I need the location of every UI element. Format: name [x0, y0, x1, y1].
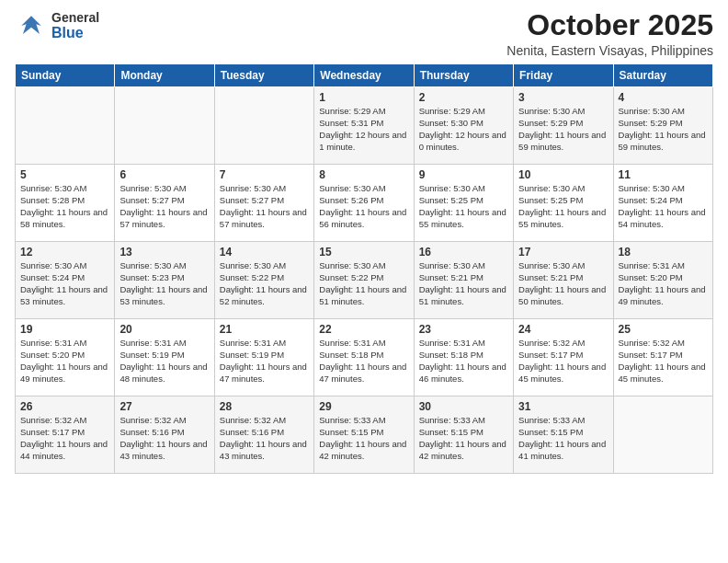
- day-number: 2: [419, 91, 508, 104]
- day-number: 19: [20, 323, 109, 336]
- cell-info: Sunrise: 5:30 AMSunset: 5:22 PMDaylight:…: [220, 260, 307, 305]
- table-row: 7 Sunrise: 5:30 AMSunset: 5:27 PMDayligh…: [214, 165, 313, 242]
- day-number: 25: [619, 323, 708, 336]
- day-number: 31: [518, 400, 608, 413]
- day-number: 26: [20, 400, 109, 413]
- cell-info: Sunrise: 5:32 AMSunset: 5:16 PMDaylight:…: [220, 415, 307, 460]
- table-row: 26 Sunrise: 5:32 AMSunset: 5:17 PMDaylig…: [16, 396, 115, 474]
- cell-info: Sunrise: 5:30 AMSunset: 5:21 PMDaylight:…: [419, 260, 506, 305]
- day-number: 17: [518, 246, 608, 259]
- day-number: 28: [220, 400, 309, 413]
- day-number: 23: [419, 323, 508, 336]
- table-row: 15 Sunrise: 5:30 AMSunset: 5:22 PMDaylig…: [314, 242, 414, 319]
- svg-marker-0: [21, 16, 41, 34]
- col-wednesday: Wednesday: [314, 64, 414, 87]
- table-row: 31 Sunrise: 5:33 AMSunset: 5:15 PMDaylig…: [514, 396, 613, 474]
- col-thursday: Thursday: [414, 64, 513, 87]
- header: General Blue October 2025 Nenita, Easter…: [15, 9, 713, 58]
- cell-info: Sunrise: 5:29 AMSunset: 5:31 PMDaylight:…: [319, 106, 406, 151]
- day-number: 10: [518, 168, 608, 181]
- day-number: 16: [419, 246, 508, 259]
- day-number: 30: [419, 400, 508, 413]
- logo-label: General Blue: [51, 11, 99, 41]
- day-number: 5: [20, 168, 109, 181]
- day-number: 21: [220, 323, 309, 336]
- table-row: 12 Sunrise: 5:30 AMSunset: 5:24 PMDaylig…: [16, 242, 115, 319]
- day-number: 27: [119, 400, 209, 413]
- table-row: 23 Sunrise: 5:31 AMSunset: 5:18 PMDaylig…: [414, 319, 513, 396]
- table-row: 16 Sunrise: 5:30 AMSunset: 5:21 PMDaylig…: [414, 242, 513, 319]
- table-row: 6 Sunrise: 5:30 AMSunset: 5:27 PMDayligh…: [115, 165, 214, 242]
- table-row: 17 Sunrise: 5:30 AMSunset: 5:21 PMDaylig…: [514, 242, 613, 319]
- table-row: 9 Sunrise: 5:30 AMSunset: 5:25 PMDayligh…: [414, 165, 513, 242]
- day-number: 9: [419, 168, 508, 181]
- day-number: 4: [619, 91, 708, 104]
- table-row: 14 Sunrise: 5:30 AMSunset: 5:22 PMDaylig…: [214, 242, 313, 319]
- table-row: 11 Sunrise: 5:30 AMSunset: 5:24 PMDaylig…: [613, 165, 712, 242]
- table-row: 8 Sunrise: 5:30 AMSunset: 5:26 PMDayligh…: [314, 165, 414, 242]
- day-number: 29: [319, 400, 408, 413]
- logo-general-text: General: [51, 11, 99, 25]
- cell-info: Sunrise: 5:30 AMSunset: 5:28 PMDaylight:…: [20, 183, 108, 228]
- table-row: 1 Sunrise: 5:29 AMSunset: 5:31 PMDayligh…: [314, 87, 414, 165]
- table-row: 10 Sunrise: 5:30 AMSunset: 5:25 PMDaylig…: [514, 165, 613, 242]
- col-saturday: Saturday: [613, 64, 712, 87]
- day-number: 13: [119, 246, 209, 259]
- location: Nenita, Eastern Visayas, Philippines: [506, 43, 713, 58]
- cell-info: Sunrise: 5:30 AMSunset: 5:22 PMDaylight:…: [319, 260, 406, 305]
- cell-info: Sunrise: 5:31 AMSunset: 5:19 PMDaylight:…: [119, 338, 207, 383]
- cell-info: Sunrise: 5:31 AMSunset: 5:18 PMDaylight:…: [419, 338, 506, 383]
- day-number: 8: [319, 168, 408, 181]
- cell-info: Sunrise: 5:31 AMSunset: 5:19 PMDaylight:…: [220, 338, 307, 383]
- table-row: [214, 87, 313, 165]
- logo-bird-icon: [15, 9, 48, 42]
- table-row: 2 Sunrise: 5:29 AMSunset: 5:30 PMDayligh…: [414, 87, 513, 165]
- cell-info: Sunrise: 5:30 AMSunset: 5:25 PMDaylight:…: [518, 183, 606, 228]
- cell-info: Sunrise: 5:32 AMSunset: 5:17 PMDaylight:…: [518, 338, 606, 383]
- cell-info: Sunrise: 5:30 AMSunset: 5:23 PMDaylight:…: [119, 260, 207, 305]
- table-row: 18 Sunrise: 5:31 AMSunset: 5:20 PMDaylig…: [613, 242, 712, 319]
- table-row: 29 Sunrise: 5:33 AMSunset: 5:15 PMDaylig…: [314, 396, 414, 474]
- cell-info: Sunrise: 5:30 AMSunset: 5:29 PMDaylight:…: [619, 106, 706, 151]
- cell-info: Sunrise: 5:31 AMSunset: 5:18 PMDaylight:…: [319, 338, 406, 383]
- day-number: 20: [119, 323, 209, 336]
- day-number: 22: [319, 323, 408, 336]
- table-row: 21 Sunrise: 5:31 AMSunset: 5:19 PMDaylig…: [214, 319, 313, 396]
- table-row: 4 Sunrise: 5:30 AMSunset: 5:29 PMDayligh…: [613, 87, 712, 165]
- calendar-body: 1 Sunrise: 5:29 AMSunset: 5:31 PMDayligh…: [16, 87, 713, 474]
- table-row: [115, 87, 214, 165]
- cell-info: Sunrise: 5:33 AMSunset: 5:15 PMDaylight:…: [319, 415, 406, 460]
- title-block: October 2025 Nenita, Eastern Visayas, Ph…: [506, 9, 713, 58]
- logo-blue-text: Blue: [51, 25, 99, 41]
- day-number: 18: [619, 246, 708, 259]
- table-row: 13 Sunrise: 5:30 AMSunset: 5:23 PMDaylig…: [115, 242, 214, 319]
- cell-info: Sunrise: 5:32 AMSunset: 5:17 PMDaylight:…: [20, 415, 108, 460]
- table-row: [613, 396, 712, 474]
- table-row: 19 Sunrise: 5:31 AMSunset: 5:20 PMDaylig…: [16, 319, 115, 396]
- table-row: [16, 87, 115, 165]
- cell-info: Sunrise: 5:32 AMSunset: 5:16 PMDaylight:…: [119, 415, 207, 460]
- day-number: 11: [619, 168, 708, 181]
- calendar-table: Sunday Monday Tuesday Wednesday Thursday…: [15, 63, 713, 474]
- cell-info: Sunrise: 5:31 AMSunset: 5:20 PMDaylight:…: [619, 260, 706, 305]
- table-row: 30 Sunrise: 5:33 AMSunset: 5:15 PMDaylig…: [414, 396, 513, 474]
- table-row: 25 Sunrise: 5:32 AMSunset: 5:17 PMDaylig…: [613, 319, 712, 396]
- cell-info: Sunrise: 5:30 AMSunset: 5:27 PMDaylight:…: [220, 183, 307, 228]
- day-number: 1: [319, 91, 408, 104]
- month-title: October 2025: [506, 9, 713, 41]
- col-monday: Monday: [115, 64, 214, 87]
- cell-info: Sunrise: 5:33 AMSunset: 5:15 PMDaylight:…: [419, 415, 506, 460]
- table-row: 24 Sunrise: 5:32 AMSunset: 5:17 PMDaylig…: [514, 319, 613, 396]
- cell-info: Sunrise: 5:29 AMSunset: 5:30 PMDaylight:…: [419, 106, 506, 151]
- cell-info: Sunrise: 5:30 AMSunset: 5:21 PMDaylight:…: [518, 260, 606, 305]
- col-friday: Friday: [514, 64, 613, 87]
- cell-info: Sunrise: 5:30 AMSunset: 5:29 PMDaylight:…: [518, 106, 606, 151]
- col-tuesday: Tuesday: [214, 64, 313, 87]
- table-row: 20 Sunrise: 5:31 AMSunset: 5:19 PMDaylig…: [115, 319, 214, 396]
- cell-info: Sunrise: 5:33 AMSunset: 5:15 PMDaylight:…: [518, 415, 606, 460]
- cell-info: Sunrise: 5:31 AMSunset: 5:20 PMDaylight:…: [20, 338, 108, 383]
- day-number: 12: [20, 246, 109, 259]
- cell-info: Sunrise: 5:30 AMSunset: 5:25 PMDaylight:…: [419, 183, 506, 228]
- calendar-header: Sunday Monday Tuesday Wednesday Thursday…: [16, 64, 713, 87]
- cell-info: Sunrise: 5:30 AMSunset: 5:24 PMDaylight:…: [20, 260, 108, 305]
